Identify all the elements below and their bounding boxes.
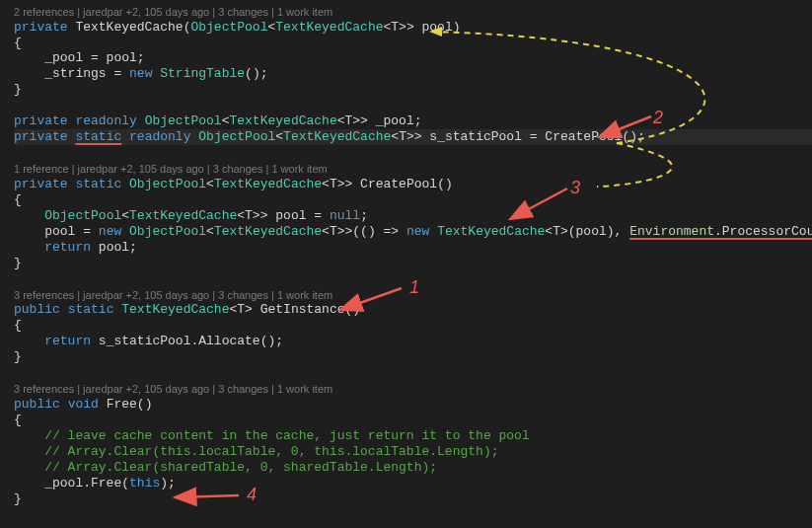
code-text xyxy=(14,208,44,223)
type-name: TextKeyedCache xyxy=(214,224,322,239)
code-text xyxy=(121,177,129,191)
annotation-number-1: 1 xyxy=(409,276,419,298)
keyword: void xyxy=(68,397,99,412)
code-comment[interactable]: // leave cache content in the cache, jus… xyxy=(14,428,812,444)
code-text-underlined: .ProcessorCount * 4 xyxy=(714,224,812,239)
keyword: new xyxy=(129,66,152,81)
code-line[interactable]: private static ObjectPool<TextKeyedCache… xyxy=(14,177,812,192)
keyword-underlined: static xyxy=(75,129,121,144)
code-text: (pool), xyxy=(568,224,629,239)
keyword: return xyxy=(44,334,91,348)
keyword: public xyxy=(14,302,60,317)
type-name: TextKeyedCache xyxy=(129,208,237,223)
keyword: readonly xyxy=(129,129,190,144)
keyword: new xyxy=(99,224,121,239)
code-text xyxy=(121,129,129,144)
type-name: ObjectPool xyxy=(145,113,222,128)
code-line[interactable]: private readonly ObjectPool<TextKeyedCac… xyxy=(14,113,812,129)
code-line[interactable] xyxy=(14,145,812,161)
code-text xyxy=(60,397,68,412)
code-line[interactable]: } xyxy=(14,349,812,365)
keyword: private xyxy=(14,20,68,35)
type-name: ObjectPool xyxy=(198,129,275,144)
code-line[interactable]: } xyxy=(14,82,812,98)
code-line[interactable]: _strings = new StringTable(); xyxy=(14,66,812,82)
code-line[interactable]: { xyxy=(14,318,812,334)
code-line[interactable]: { xyxy=(14,192,812,208)
code-text xyxy=(137,113,145,128)
type-name: ObjectPool xyxy=(129,224,206,239)
keyword: this xyxy=(129,476,160,490)
code-text: < xyxy=(121,208,129,223)
code-line[interactable] xyxy=(14,365,812,381)
type-name: ObjectPool xyxy=(190,20,267,35)
code-text: Free() xyxy=(99,397,153,412)
code-line[interactable]: return s_staticPool.Allocate(); xyxy=(14,334,812,349)
code-line[interactable] xyxy=(14,98,812,113)
code-text: <T>> xyxy=(322,224,352,239)
keyword: private xyxy=(14,113,68,128)
type-name: TextKeyedCache xyxy=(121,302,229,317)
code-line[interactable]: } xyxy=(14,256,812,271)
code-text: <T> xyxy=(545,224,567,239)
code-line[interactable]: { xyxy=(14,413,812,428)
code-text: pool) xyxy=(414,20,461,35)
code-text xyxy=(121,224,129,239)
type-name: TextKeyedCache xyxy=(229,113,336,128)
code-comment[interactable]: // Array.Clear(sharedTable, 0, sharedTab… xyxy=(14,460,812,476)
code-line[interactable]: { xyxy=(14,36,812,51)
code-text: <T>> xyxy=(383,20,413,35)
code-text: < xyxy=(275,129,283,144)
code-text: (); xyxy=(245,66,267,81)
code-text: ); xyxy=(160,476,176,490)
code-text: _pool; xyxy=(368,113,422,128)
keyword: return xyxy=(44,240,91,255)
type-name: ObjectPool xyxy=(129,177,206,191)
code-line[interactable]: ObjectPool<TextKeyedCache<T>> pool = nul… xyxy=(14,208,812,224)
code-text xyxy=(14,334,44,348)
code-text: s_staticPool.Allocate(); xyxy=(91,334,283,348)
code-text: CreatePool() xyxy=(352,177,452,191)
code-text xyxy=(60,302,68,317)
code-text: <T>> xyxy=(391,129,421,144)
type-name: TextKeyedCache xyxy=(214,177,322,191)
code-text: <T>> xyxy=(322,177,352,191)
code-text: < xyxy=(206,224,214,239)
code-line-highlighted[interactable]: private static readonly ObjectPool<TextK… xyxy=(14,129,812,145)
keyword: readonly xyxy=(68,113,137,128)
code-text: TextKeyedCache( xyxy=(68,20,191,35)
keyword: static xyxy=(75,177,121,191)
codelens-info[interactable]: 2 references | jaredpar +2, 105 days ago… xyxy=(14,6,812,20)
code-line[interactable]: public static TextKeyedCache<T> GetInsta… xyxy=(14,302,812,318)
type-name: ObjectPool xyxy=(44,208,121,223)
code-text: <T> xyxy=(229,302,252,317)
code-text xyxy=(429,224,437,239)
code-text: _strings = xyxy=(14,66,129,81)
code-text: _pool.Free( xyxy=(14,476,129,490)
code-line[interactable]: pool = new ObjectPool<TextKeyedCache<T>>… xyxy=(14,224,812,240)
codelens-info[interactable]: 3 references | jaredpar +2, 105 days ago… xyxy=(14,383,812,397)
keyword: null xyxy=(330,208,360,223)
code-text: <T>> xyxy=(337,113,368,128)
code-text: GetInstance() xyxy=(253,302,360,317)
codelens-info[interactable]: 1 reference | jaredpar +2, 105 days ago … xyxy=(14,163,812,177)
code-line[interactable]: } xyxy=(14,491,812,507)
code-text: pool = xyxy=(14,224,99,239)
annotation-number-3: 3 xyxy=(570,177,580,198)
keyword: static xyxy=(68,302,114,317)
annotation-number-2: 2 xyxy=(653,107,663,128)
type-name-underlined: Environment xyxy=(629,224,714,239)
code-text xyxy=(14,240,44,255)
code-text: pool = xyxy=(267,208,329,223)
code-line[interactable]: return pool; xyxy=(14,240,812,256)
code-line[interactable]: _pool.Free(this); xyxy=(14,476,812,491)
code-line[interactable]: _pool = pool; xyxy=(14,50,812,66)
code-line[interactable]: private TextKeyedCache(ObjectPool<TextKe… xyxy=(14,20,812,36)
code-text: ; xyxy=(360,208,368,223)
code-text: (() => xyxy=(352,224,406,239)
type-name: TextKeyedCache xyxy=(275,20,383,35)
code-comment[interactable]: // Array.Clear(this.localTable, 0, this.… xyxy=(14,444,812,460)
code-line[interactable]: public void Free() xyxy=(14,397,812,413)
keyword: private xyxy=(14,129,68,144)
code-text: pool; xyxy=(91,240,137,255)
